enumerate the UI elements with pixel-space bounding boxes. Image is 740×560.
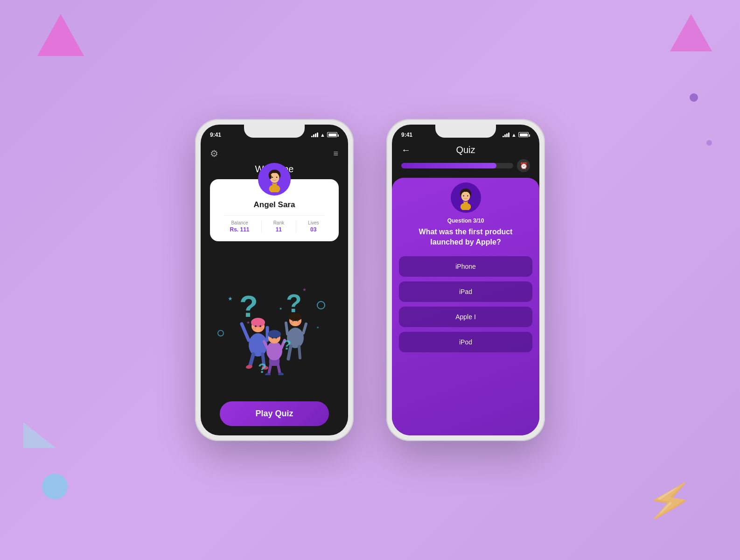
svg-point-38 (298, 322, 301, 324)
phone1-screen: 9:41 ▲ ⚙ ≡ (201, 125, 348, 435)
svg-point-35 (292, 320, 294, 322)
question-number: Question 3/10 (447, 217, 484, 224)
settings-icon[interactable]: ⚙ (210, 148, 218, 159)
phone1-battery-icon (327, 132, 339, 137)
phone1-time: 9:41 (210, 132, 221, 138)
stat-rank: Rank 11 (273, 220, 284, 233)
svg-point-41 (268, 330, 281, 338)
phone2-wifi-icon: ▲ (511, 132, 517, 138)
svg-text:★: ★ (316, 326, 319, 329)
profile-card: Angel Sara Balance Rs. 111 Rank 11 (210, 179, 339, 241)
svg-point-21 (251, 318, 265, 327)
question-text: What was the first product launched by A… (399, 227, 532, 248)
balance-label: Balance (231, 220, 248, 225)
profile-stats: Balance Rs. 111 Rank 11 Lives 03 (224, 215, 325, 233)
svg-line-46 (269, 365, 271, 374)
phone2-frame: 9:41 ▲ ← Quiz (386, 119, 545, 441)
phone2-time: 9:41 (401, 132, 412, 138)
quiz-main-card: Question 3/10 What was the first product… (392, 178, 539, 435)
question-label: Question (447, 217, 473, 224)
svg-line-30 (299, 346, 300, 358)
play-quiz-button[interactable]: Play Quiz (220, 401, 329, 426)
quiz-illustration: ★ ★ ★ ★ ★ ? ? (214, 273, 335, 375)
svg-text:?: ? (283, 337, 291, 352)
phone1-signal-icon (311, 133, 318, 137)
svg-text:★: ★ (228, 295, 233, 302)
answer-button-1[interactable]: iPhone (399, 256, 532, 277)
quiz-header: ← Quiz (392, 141, 539, 159)
illustration-area: ★ ★ ★ ★ ★ ? ? (210, 248, 339, 399)
svg-point-54 (463, 195, 464, 196)
answer-button-2[interactable]: iPad (399, 281, 532, 302)
svg-point-55 (467, 195, 468, 196)
svg-point-51 (275, 337, 277, 339)
deco-circle-topright2 (706, 140, 712, 146)
phone1-toolbar: ⚙ ≡ (210, 146, 339, 161)
phone2-screen: 9:41 ▲ ← Quiz (392, 125, 539, 435)
back-button[interactable]: ← (401, 145, 411, 155)
deco-lightning-bottomright: ⚡ (643, 475, 697, 526)
menu-icon[interactable]: ≡ (333, 149, 339, 158)
svg-point-32 (289, 313, 302, 321)
svg-text:?: ? (258, 360, 266, 375)
stat-divider-2 (296, 220, 296, 233)
svg-point-2 (269, 175, 272, 179)
svg-point-12 (218, 330, 223, 336)
stat-divider-1 (261, 220, 262, 233)
phone1-notch (244, 125, 305, 138)
svg-point-39 (266, 342, 282, 360)
progress-bar-track (401, 163, 513, 168)
phone2-content: ← Quiz ⏰ (392, 141, 539, 435)
answers-list: iPhone iPad Apple I iPod (399, 256, 532, 352)
svg-point-37 (290, 322, 293, 324)
deco-circle-topright (690, 93, 698, 102)
phones-container: 9:41 ▲ ⚙ ≡ (195, 119, 545, 441)
phone1-wifi-icon: ▲ (320, 132, 325, 138)
svg-point-3 (272, 176, 273, 178)
quiz-avatar-image (454, 186, 478, 210)
lives-value: 03 (310, 226, 316, 233)
answer-button-3[interactable]: Apple I (399, 307, 532, 327)
phone1-content: ⚙ ≡ Welcome (201, 141, 348, 435)
phone2-status-icons: ▲ (503, 132, 530, 138)
svg-point-53 (461, 191, 470, 201)
stat-balance: Balance Rs. 111 (230, 220, 250, 233)
svg-point-26 (252, 327, 256, 329)
question-current: 3 (473, 217, 476, 224)
svg-line-16 (250, 354, 253, 366)
deco-triangle-topleft (37, 14, 84, 56)
profile-name: Angel Sara (254, 200, 295, 210)
phone1-frame: 9:41 ▲ ⚙ ≡ (195, 119, 354, 441)
svg-text:★: ★ (302, 287, 307, 292)
svg-line-33 (286, 323, 287, 334)
question-total: 10 (478, 217, 484, 224)
deco-triangle-topright (670, 14, 712, 51)
rank-value: 11 (276, 226, 282, 233)
svg-point-27 (260, 327, 264, 329)
svg-point-36 (297, 320, 299, 322)
stat-lives: Lives 03 (308, 220, 319, 233)
progress-bar-fill (401, 163, 496, 168)
phone2-battery-icon (518, 132, 530, 137)
phone2-signal-icon (503, 133, 510, 137)
rank-label: Rank (273, 220, 284, 225)
lives-label: Lives (308, 220, 319, 225)
deco-circle-bottomleft (42, 474, 68, 499)
svg-line-22 (242, 324, 249, 340)
svg-point-24 (255, 325, 257, 327)
svg-point-50 (272, 337, 273, 339)
svg-line-47 (278, 365, 280, 374)
svg-line-34 (303, 324, 306, 333)
avatar (258, 163, 291, 196)
answer-button-4[interactable]: iPod (399, 332, 532, 352)
svg-text:★: ★ (279, 307, 282, 311)
deco-triangle-bottomleft (23, 422, 56, 448)
phone2-notch (435, 125, 496, 138)
timer-icon: ⏰ (517, 159, 530, 172)
quiz-title: Quiz (456, 145, 475, 155)
phone1-status-icons: ▲ (311, 132, 339, 138)
progress-bar-container: ⏰ (392, 159, 539, 178)
svg-point-11 (317, 301, 325, 309)
svg-point-4 (276, 176, 277, 178)
quiz-avatar (451, 182, 481, 213)
